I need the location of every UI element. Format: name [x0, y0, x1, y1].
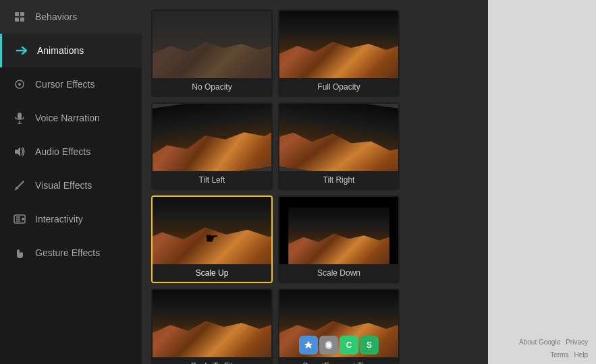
- effect-card-tilt-left[interactable]: Tilt Left: [151, 102, 273, 190]
- voice-narration-icon: [12, 111, 27, 125]
- effect-thumbnail-tilt-right: [279, 104, 398, 171]
- svg-rect-0: [15, 12, 19, 16]
- sidebar-item-cursor-effects-label: Cursor Effects: [35, 79, 94, 90]
- sidebar-item-behaviors-label: Behaviors: [35, 11, 77, 22]
- sidebar-item-animations-label: Animations: [37, 45, 84, 56]
- svg-rect-6: [18, 113, 22, 119]
- gesture-effects-icon: [12, 245, 27, 260]
- effect-label-smartfocus: SmartFocus at Time: [279, 357, 398, 364]
- sidebar-item-audio-effects[interactable]: Audio Effects: [0, 135, 142, 169]
- svg-rect-3: [20, 18, 24, 22]
- effect-label-scale-up: Scale Up: [153, 264, 271, 282]
- app-icons-overlay: C S: [279, 333, 398, 357]
- right-panel: About Google Privacy Terms Help: [488, 0, 596, 364]
- effect-thumbnail-scale-to-fit: [153, 290, 271, 357]
- sidebar-item-interactivity[interactable]: Interactivity: [0, 202, 142, 236]
- svg-point-5: [18, 83, 21, 86]
- effect-card-scale-to-fit[interactable]: Scale To Fit: [151, 289, 273, 364]
- effect-card-tilt-right[interactable]: Tilt Right: [278, 102, 400, 190]
- interactivity-icon: [12, 212, 27, 226]
- effect-label-tilt-right: Tilt Right: [279, 171, 398, 189]
- effect-label-tilt-left: Tilt Left: [153, 171, 271, 189]
- effect-label-no-opacity: No Opacity: [153, 78, 271, 96]
- cursor-icon: ☛: [205, 230, 219, 247]
- sidebar-item-audio-effects-label: Audio Effects: [35, 146, 90, 157]
- sidebar-item-gesture-effects-label: Gesture Effects: [35, 247, 100, 258]
- svg-point-13: [22, 218, 24, 220]
- effect-card-smartfocus[interactable]: C S SmartFocus at Time: [278, 289, 400, 364]
- svg-point-11: [16, 187, 18, 189]
- audio-effects-icon: [12, 144, 27, 159]
- sidebar-item-voice-narration[interactable]: Voice Narration: [0, 101, 142, 135]
- effect-thumbnail-no-opacity: [153, 11, 271, 78]
- app-icon-settings: [319, 336, 338, 355]
- svg-rect-1: [20, 12, 24, 16]
- effect-card-no-opacity[interactable]: No Opacity: [151, 9, 273, 97]
- effect-label-full-opacity: Full Opacity: [279, 78, 398, 96]
- app-icon-appstore: [299, 336, 318, 355]
- sidebar-item-interactivity-label: Interactivity: [35, 214, 83, 224]
- sidebar-item-voice-narration-label: Voice Narration: [35, 113, 100, 123]
- sidebar-item-gesture-effects[interactable]: Gesture Effects: [0, 236, 142, 270]
- effects-grid: No Opacity Full Opacity Tilt Left Tilt R…: [148, 7, 481, 364]
- sidebar-item-animations[interactable]: Animations: [0, 34, 142, 67]
- footer-help[interactable]: Help: [574, 351, 588, 359]
- app-icon-green1: C: [340, 336, 358, 355]
- footer-links: About Google Privacy Terms Help: [496, 338, 588, 359]
- cursor-effects-icon: [12, 77, 27, 92]
- sidebar-item-behaviors[interactable]: Behaviors: [0, 0, 142, 34]
- effect-thumbnail-tilt-left: [153, 104, 271, 171]
- effect-thumbnail-scale-down: [279, 197, 398, 264]
- sidebar-item-visual-effects[interactable]: Visual Effects: [0, 169, 142, 202]
- effect-card-scale-up[interactable]: ☛ Scale Up: [151, 195, 273, 283]
- app-icon-green2: S: [360, 336, 379, 355]
- svg-marker-9: [15, 147, 20, 156]
- sidebar-item-visual-effects-label: Visual Effects: [35, 180, 92, 191]
- effect-thumbnail-scale-up: ☛: [153, 197, 271, 264]
- footer-privacy[interactable]: Privacy: [566, 338, 588, 346]
- visual-effects-icon: [12, 178, 27, 193]
- effect-card-full-opacity[interactable]: Full Opacity: [278, 9, 400, 97]
- effect-card-scale-down[interactable]: Scale Down: [278, 195, 400, 283]
- footer-terms[interactable]: Terms: [550, 351, 568, 359]
- sidebar: Behaviors Animations Cursor Effects: [0, 0, 142, 364]
- effect-thumbnail-full-opacity: [279, 11, 398, 78]
- effects-panel: No Opacity Full Opacity Tilt Left Tilt R…: [142, 0, 488, 364]
- footer-about[interactable]: About Google: [519, 338, 560, 346]
- sidebar-item-cursor-effects[interactable]: Cursor Effects: [0, 67, 142, 101]
- effect-label-scale-down: Scale Down: [279, 264, 398, 282]
- behaviors-icon: [12, 9, 27, 24]
- animations-icon: [14, 43, 29, 58]
- svg-rect-2: [15, 18, 19, 22]
- effect-label-scale-to-fit: Scale To Fit: [153, 357, 271, 364]
- effect-thumbnail-smartfocus: C S: [279, 290, 398, 357]
